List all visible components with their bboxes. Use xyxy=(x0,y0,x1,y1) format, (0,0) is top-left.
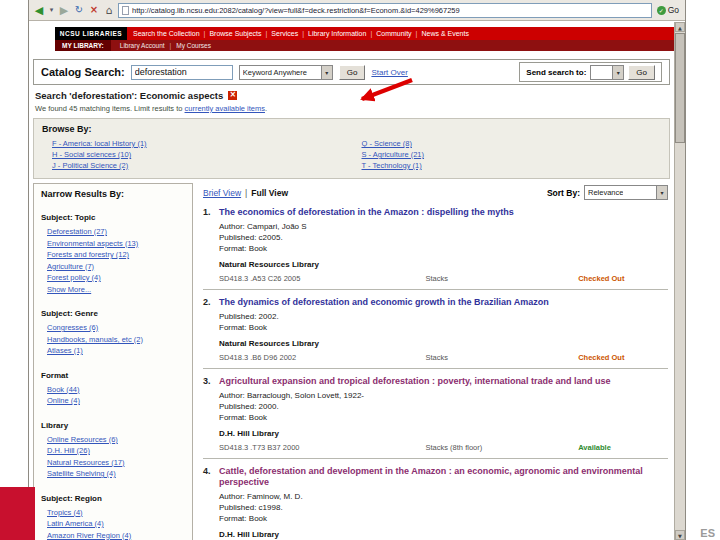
send-search-select[interactable]: ▾ xyxy=(590,65,624,80)
library-name: Natural Resources Library xyxy=(219,260,668,269)
status-badge: Checked Out xyxy=(578,353,668,362)
facet-link[interactable]: Agriculture (7) xyxy=(47,261,147,273)
browse-by-title: Browse By: xyxy=(42,124,661,134)
browse-link-f[interactable]: F - America: local History (1) xyxy=(52,138,147,149)
home-icon[interactable]: ⌂ xyxy=(103,5,115,16)
sort-select[interactable]: Relevance ▾ xyxy=(584,185,668,200)
narrow-results-title: Narrow Results By: xyxy=(41,189,185,199)
result-title-link[interactable]: The economics of deforestation in the Am… xyxy=(219,207,668,218)
facet-link[interactable]: Congresses (6) xyxy=(47,322,147,334)
address-bar[interactable]: http://catalog.lib.ncsu.edu:2082/catalog… xyxy=(118,3,652,18)
result-item: 3. Agricultural expansion and tropical d… xyxy=(203,376,668,459)
start-over-link[interactable]: Start Over xyxy=(371,68,407,77)
forward-icon[interactable]: ▶ xyxy=(58,5,70,16)
result-field: Published: c2005. xyxy=(219,232,668,243)
remove-filter-icon[interactable]: × xyxy=(228,91,237,100)
result-field: Format: Book xyxy=(219,322,668,333)
scroll-down-icon[interactable]: ▼ xyxy=(675,530,685,540)
browser-window: ◀ ▾ ▶ ↻ × ⌂ http://catalog.lib.ncsu.edu:… xyxy=(28,0,686,540)
result-field: Published: c1998. xyxy=(219,502,668,513)
scrollbar-thumb[interactable] xyxy=(675,33,685,143)
browse-link-t[interactable]: T - Technology (1) xyxy=(362,160,422,171)
facet-link[interactable]: Handbooks, manuals, etc (2) xyxy=(47,334,147,346)
send-go-button[interactable]: Go xyxy=(628,65,655,80)
browse-link-q[interactable]: Q - Science (8) xyxy=(362,138,412,149)
nav-item-community[interactable]: Community xyxy=(366,30,411,37)
facet-link[interactable]: Latin America (4) xyxy=(47,518,147,530)
browse-link-s[interactable]: S - Agriculture (21) xyxy=(362,149,425,160)
browse-column-1: F - America: local History (1) H - Socia… xyxy=(42,138,352,171)
stop-icon[interactable]: × xyxy=(88,5,100,15)
browse-column-2: Q - Science (8) S - Agriculture (21) T -… xyxy=(352,138,662,171)
show-more-link[interactable]: Show More... xyxy=(47,284,147,296)
browser-go-button[interactable]: ✓ Go xyxy=(655,5,681,15)
active-filter-heading: Search 'deforestation': Economic aspects xyxy=(35,90,223,101)
result-number: 3. xyxy=(203,376,219,387)
facet-link[interactable]: Amazon River Region (4) xyxy=(47,530,147,540)
result-item: 2. The dynamics of deforestation and eco… xyxy=(203,297,668,369)
facet-link[interactable]: Forest policy (4) xyxy=(47,272,147,284)
reload-icon[interactable]: ↻ xyxy=(73,5,85,15)
url-text[interactable]: http://catalog.lib.ncsu.edu:2082/catalog… xyxy=(132,6,460,15)
nav-item-library-information[interactable]: Library Information xyxy=(298,30,366,37)
chevron-down-icon: ▾ xyxy=(656,186,667,199)
facet-section-library: Library Online Resources (6) D.H. Hill (… xyxy=(41,421,185,480)
facet-link[interactable]: Environmental aspects (13) xyxy=(47,238,147,250)
slide: ◀ ▾ ▶ ↻ × ⌂ http://catalog.lib.ncsu.edu:… xyxy=(0,0,720,540)
browse-link-j[interactable]: J - Political Science (2) xyxy=(52,160,128,171)
facet-link[interactable]: Forests and forestry (12) xyxy=(47,249,147,261)
facet-link[interactable]: Book (44) xyxy=(47,384,147,396)
page-scrollbar[interactable]: ▲ ▼ xyxy=(674,22,685,540)
results-header: Brief View | Full View Sort By: Relevanc… xyxy=(203,185,668,200)
facet-heading: Library xyxy=(41,421,185,430)
facet-link[interactable]: Tropics (4) xyxy=(47,507,147,519)
facet-link[interactable]: D.H. Hill (26) xyxy=(47,445,147,457)
result-title-link[interactable]: Cattle, deforestation and development in… xyxy=(219,466,668,488)
result-number: 4. xyxy=(203,466,219,488)
result-divider xyxy=(203,458,668,459)
nav-item-library-account[interactable]: Library Account xyxy=(120,42,165,49)
catalog-search-label: Catalog Search: xyxy=(41,66,125,78)
nav-item-news-events[interactable]: News & Events xyxy=(412,30,469,37)
result-field: Format: Book xyxy=(219,412,668,423)
call-number: SD418.3 .T73 B37 2000 xyxy=(219,443,426,452)
nav-item-browse-subjects[interactable]: Browse Subjects xyxy=(200,30,262,37)
nav-item-my-courses[interactable]: My Courses xyxy=(165,42,211,49)
search-go-button[interactable]: Go xyxy=(339,65,366,80)
result-title-link[interactable]: The dynamics of deforestation and econom… xyxy=(219,297,668,308)
back-icon[interactable]: ◀ xyxy=(33,5,45,16)
brief-view-link[interactable]: Brief View xyxy=(203,188,241,198)
page-icon xyxy=(122,6,129,15)
result-field: Format: Book xyxy=(219,513,668,524)
chevron-down-icon: ▾ xyxy=(321,66,332,79)
top-nav: Search the Collection Browse Subjects Se… xyxy=(127,27,674,40)
back-dropdown-icon[interactable]: ▾ xyxy=(48,7,55,14)
header-spacer xyxy=(29,27,55,40)
site-header: NCSU LIBRARIES Search the Collection Bro… xyxy=(29,27,674,40)
result-count-text: We found 45 matching items. Limit result… xyxy=(35,104,182,113)
scroll-up-icon[interactable]: ▲ xyxy=(675,22,685,32)
slide-accent-block xyxy=(0,487,35,540)
facet-link[interactable]: Natural Resources (17) xyxy=(47,457,147,469)
facet-link[interactable]: Deforestation (27) xyxy=(47,226,147,238)
facet-link[interactable]: Online (4) xyxy=(47,395,147,407)
send-search-box: Send search to: ▾ Go xyxy=(519,62,662,82)
nav-item-services[interactable]: Services xyxy=(262,30,299,37)
ncsu-libraries-logo[interactable]: NCSU LIBRARIES xyxy=(55,27,127,40)
result-item: 1. The economics of deforestation in the… xyxy=(203,207,668,290)
nav-item-search-collection[interactable]: Search the Collection xyxy=(133,30,200,37)
result-title-link[interactable]: Agricultural expansion and tropical defo… xyxy=(219,376,668,387)
search-scope-select[interactable]: Keyword Anywhere ▾ xyxy=(239,65,333,80)
shelf-location: Stacks (8th floor) xyxy=(426,443,579,452)
result-field: Author: Barraclough, Solon Lovett, 1922- xyxy=(219,390,668,401)
facet-link[interactable]: Atlases (1) xyxy=(47,345,147,357)
available-items-link[interactable]: currently available items xyxy=(185,104,265,113)
result-divider xyxy=(203,368,668,369)
send-search-label: Send search to: xyxy=(526,68,586,77)
search-input[interactable] xyxy=(131,65,233,80)
facet-link[interactable]: Satellite Shelving (4) xyxy=(47,468,147,480)
catalog-search-panel: Catalog Search: Keyword Anywhere ▾ Go St… xyxy=(33,59,670,85)
browse-link-h[interactable]: H - Social sciences (10) xyxy=(52,149,131,160)
result-number: 2. xyxy=(203,297,219,308)
facet-link[interactable]: Online Resources (6) xyxy=(47,434,147,446)
